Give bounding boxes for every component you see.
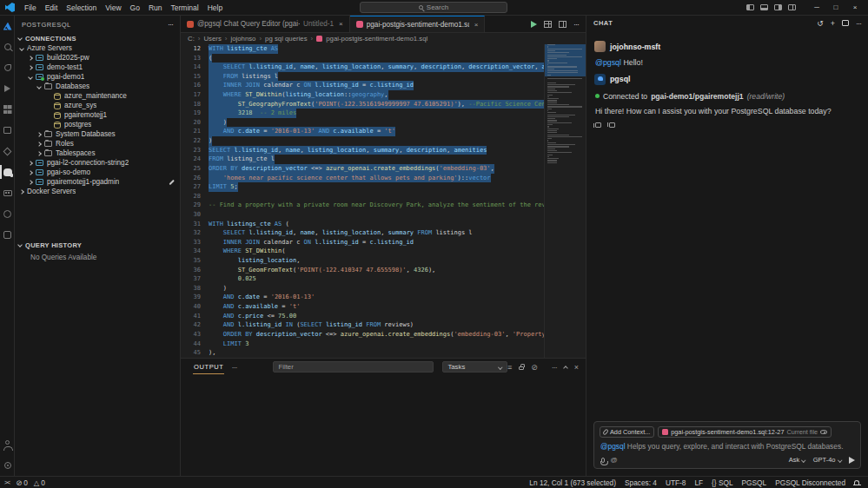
- code-line[interactable]: 18 ST_GeographyFromText('POINT(-122.3516…: [181, 100, 544, 109]
- remote-explorer-icon[interactable]: [0, 120, 15, 141]
- code-line[interactable]: 26 'homes near pacific science center th…: [181, 174, 544, 183]
- connections-section-header[interactable]: CONNECTIONS: [15, 33, 180, 43]
- minimap[interactable]: [544, 44, 586, 358]
- code-line[interactable]: 32 SELECT l.listing_id, name, listing_lo…: [181, 228, 544, 238]
- query-history-section-header[interactable]: QUERY HISTORY: [15, 240, 180, 250]
- code-line[interactable]: 30: [181, 210, 544, 220]
- code-line[interactable]: 28: [181, 192, 544, 201]
- tab-pgai-postgis-sentiment-demo1-sql[interactable]: pgai-postgis-sentiment-demo1.sql: [350, 16, 486, 32]
- add-context-button[interactable]: Add Context...: [600, 426, 654, 438]
- code-line[interactable]: 33 INNER JOIN calendar c ON l.listing_id…: [181, 238, 544, 247]
- tree-item-demo-test1[interactable]: demo-test1: [15, 63, 180, 72]
- docker-icon[interactable]: [0, 182, 15, 203]
- tree-item-tablespaces[interactable]: Tablespaces: [15, 148, 180, 158]
- azure-icon[interactable]: [0, 16, 15, 36]
- sidebar-more-actions-icon[interactable]: [168, 20, 173, 29]
- menu-view[interactable]: View: [101, 3, 125, 12]
- tree-item-build2025-pw[interactable]: build2025-pw: [15, 53, 180, 63]
- code-line[interactable]: 45),: [181, 348, 544, 358]
- word-wrap-icon[interactable]: [507, 363, 512, 372]
- settings-icon[interactable]: [0, 455, 15, 476]
- tree-item-pgai-so-demo[interactable]: pgai-so-demo: [15, 168, 180, 177]
- code-line[interactable]: 13(: [181, 54, 544, 63]
- status-spaces-4[interactable]: Spaces: 4: [625, 478, 657, 487]
- code-line[interactable]: 39 AND c.date = '2016-01-13': [181, 293, 544, 302]
- customize-layout-icon[interactable]: [788, 4, 796, 10]
- minimize-button[interactable]: [807, 0, 826, 16]
- azure-resources-icon[interactable]: [0, 141, 15, 162]
- open-chat-editor-icon[interactable]: [842, 20, 849, 26]
- code-line[interactable]: 27LIMIT 5;: [181, 182, 544, 192]
- code-line[interactable]: 16 INNER JOIN calendar c ON l.listing_id…: [181, 81, 544, 90]
- status-sql[interactable]: {} SQL: [712, 478, 732, 487]
- code-line[interactable]: 15 FROM listings l: [181, 72, 544, 82]
- account-icon[interactable]: [0, 434, 15, 455]
- tree-item-docker-servers[interactable]: Docker Servers: [15, 187, 180, 196]
- warning-count[interactable]: △0: [34, 478, 45, 487]
- remote-indicator[interactable]: ><: [4, 479, 10, 485]
- toggle-secondary-sidebar-icon[interactable]: [774, 4, 782, 10]
- makefile-icon[interactable]: [0, 224, 15, 245]
- tree-item-pgairemotejj1-pgadmin[interactable]: pgairemotejj1-pgadmin: [15, 177, 180, 187]
- breadcrumb-item[interactable]: pg sql queries: [265, 35, 308, 43]
- panel-more-actions-icon[interactable]: [552, 363, 557, 372]
- status-pgsql[interactable]: PGSQL: [742, 478, 767, 487]
- status-utf-8[interactable]: UTF-8: [666, 478, 686, 487]
- breadcrumb-item[interactable]: jojohnso: [230, 35, 255, 43]
- edit-icon[interactable]: [169, 179, 174, 184]
- close-window-button[interactable]: [845, 0, 865, 16]
- toggle-sidebar-icon[interactable]: [746, 4, 754, 10]
- breadcrumb-item[interactable]: C:: [188, 35, 195, 43]
- notifications-bell-icon[interactable]: [854, 480, 859, 485]
- code-line[interactable]: 43 ORDER BY description_vector <=> azure…: [181, 330, 544, 340]
- code-line[interactable]: 19 3218 -- 2 miles: [181, 109, 544, 118]
- status-ln-12-col-1-673-selected[interactable]: Ln 12, Col 1 (673 selected): [529, 478, 616, 487]
- menu-help[interactable]: Help: [203, 3, 227, 12]
- github-icon[interactable]: [0, 203, 15, 224]
- code-line[interactable]: 29-- Find a property with a private room…: [181, 201, 544, 210]
- panel-more-tabs-icon[interactable]: [231, 363, 236, 372]
- code-line[interactable]: 41 AND c.price <= 75.00: [181, 312, 544, 321]
- editor-more-actions-icon[interactable]: [573, 20, 579, 29]
- tree-item-pgai-l2-connection-string2[interactable]: pgai-l2-connection-string2: [15, 158, 180, 168]
- chat-more-actions-icon[interactable]: [856, 19, 861, 28]
- menu-go[interactable]: Go: [126, 3, 144, 12]
- eye-icon[interactable]: [820, 430, 827, 434]
- code-line[interactable]: 12WITH listing_cte AS: [181, 44, 544, 54]
- source-control-icon[interactable]: [0, 57, 15, 78]
- code-line[interactable]: 34 WHERE ST_DWithin(: [181, 247, 544, 256]
- breadcrumb-item[interactable]: Users: [203, 35, 221, 43]
- chat-history-icon[interactable]: [817, 19, 824, 28]
- code-line[interactable]: 44 LIMIT 3: [181, 340, 544, 349]
- error-count[interactable]: 0: [16, 478, 28, 487]
- search-icon[interactable]: [0, 36, 15, 57]
- code-line[interactable]: 37 0.025: [181, 274, 544, 284]
- send-icon[interactable]: [849, 457, 855, 464]
- code-line[interactable]: 42 AND l.listing_id IN (SELECT listing_i…: [181, 320, 544, 330]
- tree-item-databases[interactable]: Databases: [15, 82, 180, 91]
- maximize-button[interactable]: [826, 0, 845, 16]
- toggle-panel-icon[interactable]: [760, 4, 768, 10]
- clear-output-icon[interactable]: [531, 363, 538, 372]
- tree-item-system-databases[interactable]: System Databases: [15, 129, 180, 139]
- run-query-icon[interactable]: [531, 21, 537, 28]
- code-line[interactable]: 23SELECT l.listing_id, name, listing_loc…: [181, 146, 544, 155]
- tab-pgsql-chat-query-editor-pgai-remote[interactable]: @pgsql Chat Query Editor (pgai-remote-Un…: [181, 16, 350, 32]
- code-line[interactable]: 31WITH listings_cte AS (: [181, 220, 544, 229]
- extensions-icon[interactable]: [0, 99, 15, 120]
- results-grid-icon[interactable]: [544, 21, 552, 28]
- new-chat-icon[interactable]: [831, 19, 835, 28]
- status-pgsql-disconnected[interactable]: PGSQL Disconnected: [775, 478, 845, 487]
- tree-item-azure-maintenance[interactable]: azure_maintenance: [15, 91, 180, 101]
- chat-text-input[interactable]: @pgsql Helps you query, explore, and int…: [600, 442, 855, 451]
- output-filter-input[interactable]: [273, 361, 434, 373]
- code-line[interactable]: 17 WHERE ST_DWithin(listing_location::ge…: [181, 90, 544, 100]
- tree-item-pgai-demo1[interactable]: pgai-demo1: [15, 72, 180, 82]
- chat-mode-select[interactable]: Ask: [789, 456, 805, 464]
- tree-item-roles[interactable]: Roles: [15, 139, 180, 148]
- maximize-panel-icon[interactable]: [563, 366, 568, 371]
- breadcrumb-item[interactable]: pgai-postgis-sentiment-demo1.sql: [326, 35, 427, 43]
- attached-file-chip[interactable]: pgai-postgis-sentiment-demo1.sql:12-27 C…: [658, 426, 832, 438]
- status-lf[interactable]: LF: [694, 478, 703, 487]
- lock-scroll-icon[interactable]: [519, 366, 524, 371]
